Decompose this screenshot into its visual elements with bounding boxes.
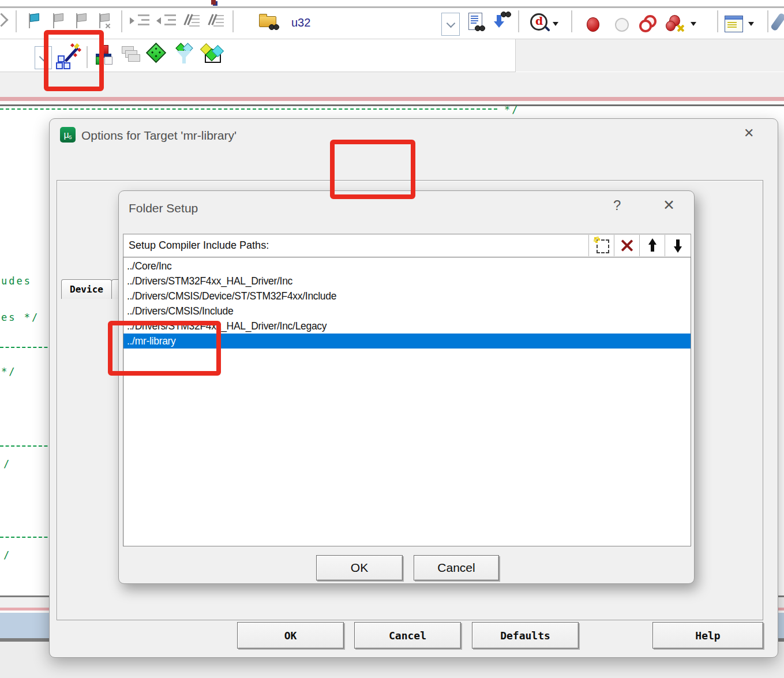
indent-left-icon[interactable] [156, 12, 178, 30]
include-paths-list[interactable]: ../Core/Inc ../Drivers/STM32F4xx_HAL_Dri… [123, 257, 691, 546]
delete-icon [620, 239, 634, 252]
kill-all-breakpoints-icon[interactable] [665, 15, 684, 32]
toolbar-separator [571, 10, 572, 32]
menu-sliver-pixel [211, 0, 216, 5]
comment-fragment: / [3, 549, 11, 561]
list-item[interactable]: ../Drivers/CMSIS/Include [123, 304, 691, 319]
comment-selection-icon[interactable] [182, 12, 201, 30]
toolbar-separator [767, 10, 768, 32]
disable-breakpoint-icon[interactable] [615, 18, 629, 32]
tab-device[interactable]: Device [61, 279, 112, 299]
new-path-button[interactable] [588, 235, 614, 256]
batch-build-icon[interactable] [121, 46, 141, 64]
comment-fragment: / [3, 458, 11, 470]
indent-right-icon[interactable] [129, 12, 151, 30]
include-paths-label: Setup Compiler Include Paths: [129, 239, 269, 252]
ok-button[interactable]: OK [237, 622, 344, 649]
new-item-icon [597, 239, 609, 253]
comment-fragment: */ [504, 104, 519, 115]
bookmark-toggle-icon[interactable] [27, 12, 40, 30]
load-application-icon[interactable] [174, 44, 195, 65]
rebuild-all-icon[interactable] [201, 44, 223, 63]
insert-breakpoint-icon[interactable] [587, 17, 599, 32]
folder-setup-title: Folder Setup [129, 201, 198, 215]
find-in-files-icon[interactable] [258, 12, 280, 30]
arrow-up-icon [647, 238, 658, 253]
defaults-button[interactable]: Defaults [472, 622, 579, 649]
folder-ok-button[interactable]: OK [316, 555, 403, 580]
pink-divider-top [0, 97, 784, 101]
bookmark-prev-icon[interactable] [51, 12, 65, 30]
comment-fragment: */ [1, 366, 16, 377]
list-item[interactable]: ../Drivers/CMSIS/Device/ST/STM32F4xx/Inc… [123, 289, 691, 304]
window-chrome-band [0, 72, 784, 97]
incremental-find-icon[interactable] [492, 12, 510, 30]
comment-dashed-line [0, 347, 53, 348]
annotation-box-c-cpp-tab [330, 140, 415, 199]
toolbar-row2-gap [516, 39, 784, 72]
uvision-logo-icon: µ5 [60, 127, 76, 143]
bookmark-next-icon[interactable] [74, 12, 88, 30]
help-button[interactable]: Help [652, 622, 763, 649]
cancel-button[interactable]: Cancel [354, 622, 461, 649]
list-item[interactable]: ../Core/Inc [123, 259, 691, 274]
search-combo-value[interactable]: u32 [291, 16, 310, 29]
dialog-title: Options for Target 'mr-library' [81, 129, 237, 143]
find-in-document-icon[interactable] [530, 13, 550, 33]
include-paths-header-bar: Setup Compiler Include Paths: [123, 234, 691, 258]
toolbar-separator [121, 10, 122, 32]
menu-sliver [0, 0, 784, 6]
move-up-button[interactable] [639, 235, 665, 256]
find-icon[interactable] [468, 13, 482, 30]
arrow-down-icon [673, 238, 683, 253]
find-dropdown-arrow-icon[interactable] [553, 22, 558, 26]
annotation-box-mr-library [108, 321, 221, 376]
annotation-box-options-icon [44, 30, 104, 91]
disable-all-breakpoints-icon[interactable] [638, 15, 658, 32]
uncomment-selection-icon[interactable] [207, 12, 225, 30]
toolbar-separator [232, 10, 234, 32]
folder-cancel-button[interactable]: Cancel [414, 555, 499, 580]
close-icon[interactable]: ✕ [663, 198, 675, 211]
search-combo-dropdown[interactable] [441, 13, 460, 36]
toolbar-separator [717, 10, 718, 32]
window-list-dropdown-arrow-icon[interactable] [748, 22, 754, 26]
close-icon[interactable]: ✕ [744, 127, 754, 140]
comment-dashed-line [0, 108, 497, 110]
comment-fragment: udes [1, 275, 32, 287]
help-icon[interactable]: ? [613, 199, 621, 212]
move-down-button[interactable] [665, 235, 691, 256]
window-list-icon[interactable] [725, 16, 743, 32]
keil-uvision-window: u32 */ udes es */ */ / / [0, 0, 784, 678]
bookmark-clear-icon[interactable] [97, 12, 111, 30]
comment-dashed-line [0, 537, 53, 538]
list-item[interactable]: ../Drivers/STM32F4xx_HAL_Driver/Inc [123, 274, 691, 289]
toolbar-separator [16, 10, 17, 32]
breakpoints-dropdown-arrow-icon[interactable] [691, 22, 696, 26]
comment-dashed-line [0, 445, 53, 447]
delete-path-button[interactable] [614, 235, 640, 256]
comment-fragment: es */ [1, 312, 39, 323]
toolbar-separator [518, 10, 519, 32]
folder-setup-dialog: Folder Setup ? ✕ Setup Compiler Include … [118, 190, 695, 584]
